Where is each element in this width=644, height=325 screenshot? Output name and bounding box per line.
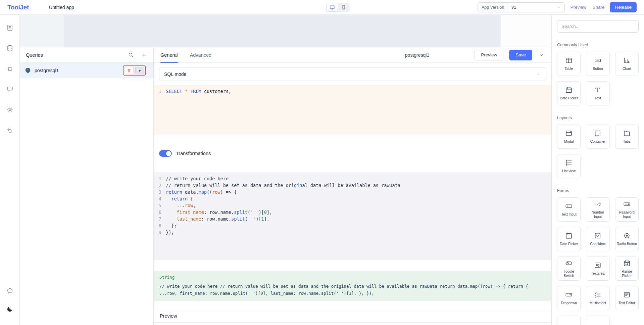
result-type-label: String [159, 275, 546, 280]
code-line: 6 first_name: row.name.split(' ')[0], [154, 209, 551, 216]
collapse-panel-button[interactable] [538, 52, 545, 58]
widget-label: Password Input [616, 210, 637, 219]
settings-icon[interactable] [0, 99, 19, 120]
calendar-icon [565, 86, 573, 94]
run-query-button[interactable] [135, 67, 144, 74]
range-picker-icon [623, 260, 631, 267]
phone-icon [341, 5, 346, 10]
code-line: 7 last_name: row.name.split(' ')[1], [154, 216, 551, 222]
widget-card-partial[interactable] [557, 316, 581, 325]
undo-icon[interactable] [0, 120, 19, 140]
app-name[interactable]: Untitled app [49, 5, 74, 10]
debugger-icon[interactable] [0, 58, 19, 79]
widget-card-number-input[interactable]: 12Number Input [586, 197, 609, 222]
preview-query-button[interactable]: Preview [475, 50, 503, 60]
widget-search-input[interactable] [557, 20, 639, 33]
chevron-down-icon [556, 5, 561, 10]
textarea-icon [594, 262, 601, 269]
widget-card-dropdown[interactable]: Dropdown [557, 286, 581, 310]
share-button[interactable]: Share [592, 3, 605, 11]
transformation-code-editor[interactable]: 1// write your code here2// return value… [154, 172, 551, 260]
widget-card-text-editor[interactable]: Text Editor [615, 286, 639, 310]
sql-mode-select[interactable]: SQL mode [159, 67, 546, 81]
chevron-down-icon [536, 72, 541, 77]
device-toggle [326, 3, 350, 12]
pages-icon[interactable] [0, 17, 19, 38]
widget-grid: Text Input12Number InputPassword InputDa… [557, 197, 639, 325]
line-number: 1 [154, 88, 166, 95]
widget-card-modal[interactable]: Modal [557, 125, 581, 149]
widget-card-range-picker[interactable]: Range Picker [615, 257, 639, 281]
query-title[interactable]: postgresql1 [405, 52, 429, 58]
mobile-view-button[interactable] [338, 3, 349, 11]
desktop-view-button[interactable] [327, 3, 338, 11]
search-queries-button[interactable] [127, 51, 135, 59]
line-number: 9 [154, 229, 166, 236]
preview-app-button[interactable]: Preview [569, 3, 587, 11]
query-item-postgresql1[interactable]: postgresql1 [20, 63, 153, 78]
comments-icon[interactable] [0, 79, 19, 99]
widget-card-password-input[interactable]: Password Input [615, 197, 639, 222]
widget-label: Text Editor [618, 301, 635, 305]
widget-card-list-view[interactable]: List view [557, 154, 581, 178]
widget-section-title: Forms [557, 188, 639, 193]
line-number: 4 [154, 195, 166, 202]
app-canvas[interactable] [20, 15, 551, 47]
annotation-highlight-box [123, 65, 146, 76]
widget-card-button[interactable]: OKButton [586, 52, 609, 76]
queries-panel-title: Queries [26, 52, 43, 58]
help-icon[interactable] [0, 284, 19, 297]
search-icon [128, 52, 134, 58]
add-query-button[interactable] [140, 51, 148, 59]
widget-search [557, 20, 639, 33]
widget-card-toggle-switch[interactable]: Toggle Switch [557, 257, 581, 281]
line-number: 3 [154, 189, 166, 195]
widget-card-textarea[interactable]: Textarea [586, 257, 609, 281]
widget-card-table[interactable]: Table [557, 52, 581, 76]
widget-card-partial[interactable] [586, 316, 609, 325]
dark-mode-icon[interactable] [0, 302, 19, 316]
monitor-icon [330, 5, 335, 10]
widget-card-container[interactable]: Container [586, 125, 609, 149]
text-editor-icon [623, 291, 631, 298]
app-version-select[interactable]: v1 [508, 3, 564, 12]
queries-panel-header: Queries [20, 47, 153, 63]
widget-card-date-picker[interactable]: Date Picker [557, 81, 581, 105]
widget-card-multiselect[interactable]: Multiselect [586, 286, 609, 310]
code-line: 9}); [154, 229, 551, 236]
save-query-button[interactable]: Save [509, 50, 532, 60]
code-line: 1SELECT * FROM customers; [154, 88, 551, 95]
password-input-icon [623, 200, 631, 208]
widget-card-chart[interactable]: Chart [615, 52, 639, 76]
tab-general[interactable]: General [160, 47, 178, 63]
text-input-icon [565, 202, 573, 210]
widget-card-checkbox[interactable]: Checkbox [586, 227, 609, 251]
tab-advanced[interactable]: Advanced [190, 47, 212, 63]
tooljet-logo[interactable]: ToolJet [7, 4, 29, 11]
widget-section-title: Commonly Used [557, 43, 639, 47]
widget-label: Table [565, 66, 573, 71]
database-icon[interactable] [0, 38, 19, 58]
widget-card-tabs[interactable]: Tabs [615, 125, 639, 149]
header-right-controls: App Version v1 Preview Share Release [478, 2, 637, 12]
release-button[interactable]: Release [610, 2, 637, 12]
widget-label: Button [593, 66, 603, 71]
widget-card-text-input[interactable]: Text Input [557, 197, 581, 222]
code-line: 5 ...row, [154, 202, 551, 209]
sql-code-editor[interactable]: 1SELECT * FROM customers; [154, 85, 551, 135]
widget-label: Date Picker [560, 96, 578, 100]
queries-panel: Queries postgresql1 [20, 47, 154, 325]
widget-label: Dropdown [561, 301, 577, 305]
delete-query-button[interactable] [125, 67, 134, 74]
app-header: ToolJet Untitled app App Version v1 Prev… [0, 0, 644, 15]
widget-label: Number Input [587, 210, 608, 219]
widget-card-radio-button[interactable]: Radio Button [615, 227, 639, 251]
line-number: 8 [154, 222, 166, 229]
line-number: 2 [154, 182, 166, 189]
transformations-toggle[interactable] [159, 150, 172, 157]
widget-card-date-picker[interactable]: Date Picker [557, 227, 581, 251]
preview-section-header: Preview [154, 310, 551, 323]
modal-icon [565, 130, 573, 137]
chart-icon [623, 57, 631, 64]
widget-card-text[interactable]: Text [586, 81, 609, 105]
